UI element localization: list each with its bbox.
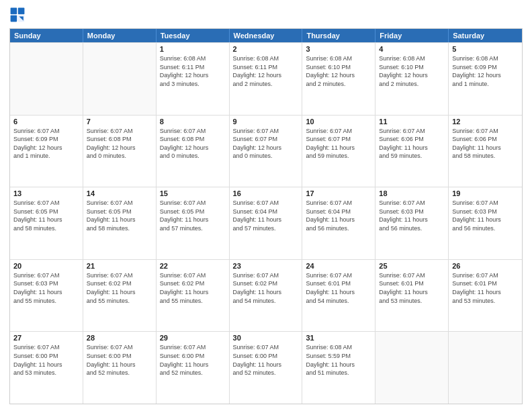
weekday-header: Sunday	[10, 29, 83, 42]
day-number: 28	[87, 334, 152, 342]
calendar-cell: 5Sunrise: 6:08 AMSunset: 6:09 PMDaylight…	[449, 43, 522, 115]
cell-info: Sunrise: 6:07 AMSunset: 6:04 PMDaylight:…	[306, 199, 371, 232]
calendar-cell: 11Sunrise: 6:07 AMSunset: 6:06 PMDayligh…	[375, 116, 449, 187]
cell-info: Sunrise: 6:07 AMSunset: 6:07 PMDaylight:…	[233, 127, 299, 161]
cell-info: Sunrise: 6:07 AMSunset: 6:00 PMDaylight:…	[87, 343, 152, 377]
day-number: 8	[160, 118, 226, 126]
header	[9, 7, 523, 23]
day-number: 27	[13, 334, 79, 342]
day-number: 17	[306, 189, 371, 197]
day-number: 31	[306, 334, 371, 342]
calendar-cell: 15Sunrise: 6:07 AMSunset: 6:05 PMDayligh…	[157, 187, 230, 259]
cell-info: Sunrise: 6:08 AMSunset: 6:10 PMDaylight:…	[379, 54, 445, 88]
svg-rect-3	[11, 15, 17, 22]
cell-info: Sunrise: 6:07 AMSunset: 6:00 PMDaylight:…	[233, 343, 299, 377]
calendar-cell: 3Sunrise: 6:08 AMSunset: 6:10 PMDaylight…	[302, 43, 375, 115]
calendar-cell: 21Sunrise: 6:07 AMSunset: 6:02 PMDayligh…	[83, 260, 157, 332]
calendar: SundayMondayTuesdayWednesdayThursdayFrid…	[9, 28, 523, 404]
day-number: 15	[160, 189, 226, 197]
calendar-cell: 29Sunrise: 6:07 AMSunset: 6:00 PMDayligh…	[157, 332, 230, 404]
weekday-header: Thursday	[302, 29, 375, 42]
day-number: 16	[233, 189, 299, 197]
calendar-cell: 1Sunrise: 6:08 AMSunset: 6:11 PMDaylight…	[157, 43, 230, 115]
cell-info: Sunrise: 6:07 AMSunset: 6:03 PMDaylight:…	[379, 199, 445, 232]
calendar-cell: 23Sunrise: 6:07 AMSunset: 6:02 PMDayligh…	[230, 260, 303, 332]
day-number: 11	[379, 118, 445, 126]
svg-rect-1	[11, 8, 17, 15]
calendar-cell: 27Sunrise: 6:07 AMSunset: 6:00 PMDayligh…	[10, 332, 83, 404]
weekday-header: Monday	[83, 29, 157, 42]
calendar-cell: 9Sunrise: 6:07 AMSunset: 6:07 PMDaylight…	[230, 116, 303, 187]
cell-info: Sunrise: 6:07 AMSunset: 6:09 PMDaylight:…	[13, 127, 79, 161]
day-number: 29	[160, 334, 226, 342]
calendar-cell: 7Sunrise: 6:07 AMSunset: 6:08 PMDaylight…	[83, 116, 157, 187]
calendar-cell: 4Sunrise: 6:08 AMSunset: 6:10 PMDaylight…	[375, 43, 449, 115]
calendar-cell: 14Sunrise: 6:07 AMSunset: 6:05 PMDayligh…	[83, 187, 157, 259]
calendar-row: 1Sunrise: 6:08 AMSunset: 6:11 PMDaylight…	[10, 42, 522, 115]
calendar-cell	[83, 43, 157, 115]
cell-info: Sunrise: 6:07 AMSunset: 6:06 PMDaylight:…	[379, 127, 445, 161]
calendar-cell: 20Sunrise: 6:07 AMSunset: 6:03 PMDayligh…	[10, 260, 83, 332]
calendar-cell: 26Sunrise: 6:07 AMSunset: 6:01 PMDayligh…	[449, 260, 522, 332]
cell-info: Sunrise: 6:07 AMSunset: 6:05 PMDaylight:…	[160, 199, 226, 232]
calendar-cell: 18Sunrise: 6:07 AMSunset: 6:03 PMDayligh…	[375, 187, 449, 259]
day-number: 3	[306, 45, 371, 53]
weekday-header: Friday	[375, 29, 449, 42]
cell-info: Sunrise: 6:07 AMSunset: 6:02 PMDaylight:…	[160, 271, 226, 305]
calendar-row: 27Sunrise: 6:07 AMSunset: 6:00 PMDayligh…	[10, 331, 522, 404]
day-number: 30	[233, 334, 299, 342]
calendar-cell: 8Sunrise: 6:07 AMSunset: 6:08 PMDaylight…	[157, 116, 230, 187]
cell-info: Sunrise: 6:08 AMSunset: 6:10 PMDaylight:…	[306, 54, 371, 88]
calendar-cell: 24Sunrise: 6:07 AMSunset: 6:01 PMDayligh…	[302, 260, 375, 332]
cell-info: Sunrise: 6:07 AMSunset: 6:05 PMDaylight:…	[87, 199, 152, 232]
day-number: 7	[87, 118, 152, 126]
calendar-cell: 2Sunrise: 6:08 AMSunset: 6:11 PMDaylight…	[230, 43, 303, 115]
day-number: 13	[13, 189, 79, 197]
calendar-cell: 10Sunrise: 6:07 AMSunset: 6:07 PMDayligh…	[302, 116, 375, 187]
calendar-cell: 22Sunrise: 6:07 AMSunset: 6:02 PMDayligh…	[157, 260, 230, 332]
day-number: 4	[379, 45, 445, 53]
cell-info: Sunrise: 6:07 AMSunset: 6:03 PMDaylight:…	[452, 199, 519, 232]
day-number: 19	[452, 189, 519, 197]
cell-info: Sunrise: 6:07 AMSunset: 6:07 PMDaylight:…	[306, 127, 371, 161]
cell-info: Sunrise: 6:07 AMSunset: 6:01 PMDaylight:…	[452, 271, 519, 305]
cell-info: Sunrise: 6:07 AMSunset: 6:02 PMDaylight:…	[87, 271, 152, 305]
day-number: 26	[452, 262, 519, 270]
weekday-header: Wednesday	[230, 29, 303, 42]
day-number: 25	[379, 262, 445, 270]
cell-info: Sunrise: 6:07 AMSunset: 6:03 PMDaylight:…	[13, 271, 79, 305]
day-number: 1	[160, 45, 226, 53]
logo-icon	[9, 7, 26, 23]
cell-info: Sunrise: 6:07 AMSunset: 6:00 PMDaylight:…	[160, 343, 226, 377]
weekday-header: Saturday	[449, 29, 522, 42]
cell-info: Sunrise: 6:07 AMSunset: 6:06 PMDaylight:…	[452, 127, 519, 161]
day-number: 24	[306, 262, 371, 270]
day-number: 2	[233, 45, 299, 53]
cell-info: Sunrise: 6:07 AMSunset: 6:02 PMDaylight:…	[233, 271, 299, 305]
calendar-cell: 16Sunrise: 6:07 AMSunset: 6:04 PMDayligh…	[230, 187, 303, 259]
logo	[9, 7, 28, 23]
calendar-cell: 25Sunrise: 6:07 AMSunset: 6:01 PMDayligh…	[375, 260, 449, 332]
day-number: 20	[13, 262, 79, 270]
calendar-cell: 19Sunrise: 6:07 AMSunset: 6:03 PMDayligh…	[449, 187, 522, 259]
cell-info: Sunrise: 6:07 AMSunset: 6:01 PMDaylight:…	[306, 271, 371, 305]
calendar-header: SundayMondayTuesdayWednesdayThursdayFrid…	[10, 29, 522, 42]
day-number: 23	[233, 262, 299, 270]
svg-rect-2	[18, 8, 25, 15]
day-number: 6	[13, 118, 79, 126]
calendar-cell	[449, 332, 522, 404]
day-number: 9	[233, 118, 299, 126]
day-number: 14	[87, 189, 152, 197]
cell-info: Sunrise: 6:08 AMSunset: 6:11 PMDaylight:…	[233, 54, 299, 88]
calendar-cell: 30Sunrise: 6:07 AMSunset: 6:00 PMDayligh…	[230, 332, 303, 404]
calendar-cell: 6Sunrise: 6:07 AMSunset: 6:09 PMDaylight…	[10, 116, 83, 187]
cell-info: Sunrise: 6:08 AMSunset: 5:59 PMDaylight:…	[306, 343, 371, 377]
cell-info: Sunrise: 6:07 AMSunset: 6:00 PMDaylight:…	[13, 343, 79, 377]
calendar-page: SundayMondayTuesdayWednesdayThursdayFrid…	[0, 0, 532, 411]
cell-info: Sunrise: 6:07 AMSunset: 6:01 PMDaylight:…	[379, 271, 445, 305]
cell-info: Sunrise: 6:07 AMSunset: 6:08 PMDaylight:…	[87, 127, 152, 161]
calendar-cell: 13Sunrise: 6:07 AMSunset: 6:05 PMDayligh…	[10, 187, 83, 259]
calendar-cell	[375, 332, 449, 404]
calendar-cell: 28Sunrise: 6:07 AMSunset: 6:00 PMDayligh…	[83, 332, 157, 404]
calendar-row: 20Sunrise: 6:07 AMSunset: 6:03 PMDayligh…	[10, 259, 522, 332]
